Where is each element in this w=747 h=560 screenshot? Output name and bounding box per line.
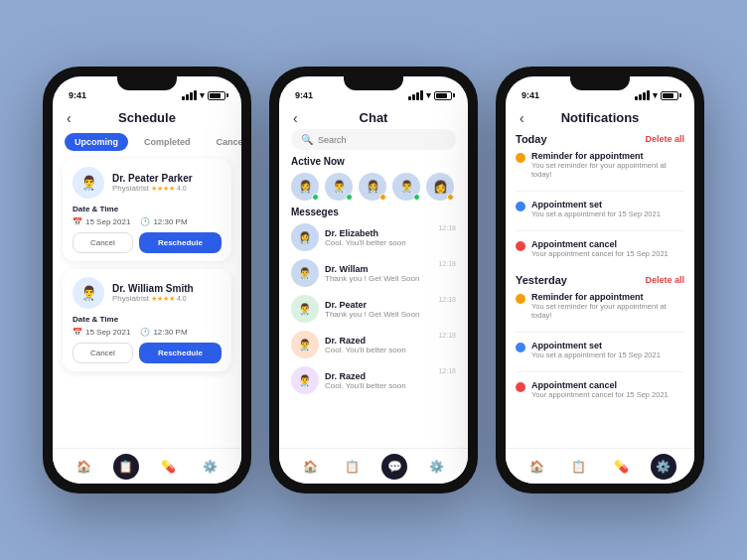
active-user-2: 👩‍⚕️ [359,173,386,201]
notif-text-yest-0: Reminder for appointment You set reminde… [531,292,684,320]
msg-name-2: Dr. Peater [325,300,432,310]
appointments-list: 👨‍⚕️ Dr. Peater Parker Physiatrist ★★★★ … [53,155,241,448]
notif-dot-today-2 [516,241,525,251]
msg-name-0: Dr. Elizabeth [325,228,432,238]
search-icon-chat: 🔍 [301,134,313,145]
msg-name-4: Dr. Razed [325,371,432,381]
active-user-0: 👩‍⚕️ [291,173,319,201]
cancel-button-1[interactable]: Cancel [73,343,133,363]
nav-settings-2[interactable]: ⚙️ [424,454,450,480]
notif-title-today-2: Appointment cancel [531,239,669,249]
back-button-1[interactable]: ‹ [67,110,72,126]
nav-settings-3[interactable]: ⚙️ [651,454,676,480]
search-input-chat[interactable] [318,135,446,145]
msg-avatar-2: 👨‍⚕️ [291,295,319,323]
notif-desc-yest-0: You set reminder for your appointment at… [531,302,684,320]
doctor-name-1: Dr. William Smith [112,283,194,294]
nav-chat-2[interactable]: 💬 [381,454,407,480]
active-dot-0 [312,194,319,201]
active-user-1: 👨‍⚕️ [325,173,353,201]
active-dot-4 [447,194,454,201]
active-avatars-list: 👩‍⚕️ 👨‍⚕️ 👩‍⚕️ 👨‍⚕️ 👩 [291,173,456,201]
notch-2 [344,76,403,90]
schedule-title: Schedule [118,110,176,125]
reschedule-button-0[interactable]: Reschedule [139,232,222,253]
doctor-avatar-0: 👨‍⚕️ [73,167,104,199]
active-dot-3 [413,194,420,201]
wifi-icon-2: ▾ [426,90,431,100]
doctor-spec-0: Physiatrist ★★★★ 4.0 [112,184,193,193]
yesterday-section-header: Yesterday Delete all [516,274,684,286]
datetime-row-1: 📅 15 Sep 2021 🕐 12:30 PM [73,328,222,337]
notif-today-0: Reminder for appointment You set reminde… [516,151,684,179]
tab-cancel[interactable]: Cancel [207,133,241,151]
msg-content-3: Dr. Razed Cool. You'll better soon [325,336,432,354]
back-button-2[interactable]: ‹ [293,110,298,126]
yesterday-delete-all[interactable]: Delete all [645,275,684,285]
msg-time-2: 12:18 [438,296,456,303]
phone-schedule: 9:41 ▾ ‹ Schedule Upcoming Completed Can… [43,67,251,493]
message-item-0[interactable]: 👩‍⚕️ Dr. Elizabeth Cool. You'll better s… [291,223,456,251]
today-title: Today [516,133,547,145]
message-item-3[interactable]: 👨‍⚕️ Dr. Razed Cool. You'll better soon … [291,331,456,358]
nav-home-1[interactable]: 🏠 [71,454,96,480]
tab-upcoming[interactable]: Upcoming [65,133,128,151]
status-time-1: 9:41 [69,90,86,100]
msg-preview-0: Cool. You'll better soon [325,238,432,247]
today-delete-all[interactable]: Delete all [645,134,684,144]
nav-medicine-1[interactable]: 💊 [155,454,181,480]
action-row-0: Cancel Reschedule [73,232,222,253]
search-bar-chat[interactable]: 🔍 [291,129,456,150]
notif-desc-today-2: Your appointment cancel for 15 Sep 2021 [531,249,669,258]
notif-yest-0: Reminder for appointment You set reminde… [516,292,684,320]
message-item-4[interactable]: 👨‍⚕️ Dr. Razed Cool. You'll better soon … [291,366,456,394]
tab-bar-schedule: Upcoming Completed Cancel [53,129,241,155]
notif-dot-yest-1 [516,343,525,352]
msg-preview-4: Cool. You'll better soon [325,381,432,390]
active-dot-1 [346,194,353,201]
message-item-2[interactable]: 👨‍⚕️ Dr. Peater Thank you ! Get Well Soo… [291,295,456,323]
notifications-header: ‹ Notifications [506,104,694,129]
schedule-header: ‹ Schedule [53,104,241,129]
nav-home-2[interactable]: 🏠 [297,454,323,480]
msg-content-2: Dr. Peater Thank you ! Get Well Soon [325,300,432,319]
nav-settings-1[interactable]: ⚙️ [198,454,224,480]
message-item-1[interactable]: 👨‍⚕️ Dr. Willam Thank you ! Get Well Soo… [291,259,456,287]
active-user-4: 👩 [426,173,454,201]
date-item-1: 📅 15 Sep 2021 [73,328,130,337]
nav-medicine-3[interactable]: 💊 [608,454,634,480]
doctor-info-1: Dr. William Smith Physiatrist ★★★★ 4.0 [112,283,194,303]
notif-today-1: Appointment set You set a appointment fo… [516,200,684,218]
nav-schedule-3[interactable]: 📋 [566,454,592,480]
chat-title: Chat [360,110,388,125]
tab-completed[interactable]: Completed [134,133,201,151]
msg-avatar-3: 👨‍⚕️ [291,331,319,358]
notch-3 [570,76,630,90]
msg-content-4: Dr. Razed Cool. You'll better soon [325,371,432,390]
cancel-button-0[interactable]: Cancel [73,232,133,253]
doctor-name-0: Dr. Peater Parker [112,173,193,184]
chat-header: ‹ Chat [279,104,468,129]
nav-home-3[interactable]: 🏠 [523,454,549,480]
battery-icon-3 [661,91,678,100]
doctor-row-0: 👨‍⚕️ Dr. Peater Parker Physiatrist ★★★★ … [73,167,222,199]
msg-avatar-0: 👩‍⚕️ [291,223,319,251]
active-now-title: Active Now [291,156,456,167]
notif-desc-yest-1: You set a appointment for 15 Sep 2021 [531,350,661,359]
back-button-3[interactable]: ‹ [520,110,524,126]
messages-section: Messeges 👩‍⚕️ Dr. Elizabeth Cool. You'll… [279,207,468,448]
status-time-3: 9:41 [522,90,539,100]
status-icons-2: ▾ [408,90,452,100]
notifications-title: Notifications [561,110,640,125]
msg-time-1: 12:18 [438,260,456,267]
notif-dot-yest-2 [516,382,525,392]
wifi-icon-3: ▾ [653,90,658,100]
nav-schedule-1[interactable]: 📋 [113,454,139,480]
datetime-row-0: 📅 15 Sep 2021 🕐 12:30 PM [73,217,222,226]
nav-schedule-2[interactable]: 📋 [340,454,366,480]
today-section-header: Today Delete all [516,133,684,145]
reschedule-button-1[interactable]: Reschedule [139,343,222,363]
msg-preview-2: Thank you ! Get Well Soon [325,310,432,319]
battery-icon-1 [208,91,225,100]
wifi-icon-1: ▾ [200,90,205,100]
